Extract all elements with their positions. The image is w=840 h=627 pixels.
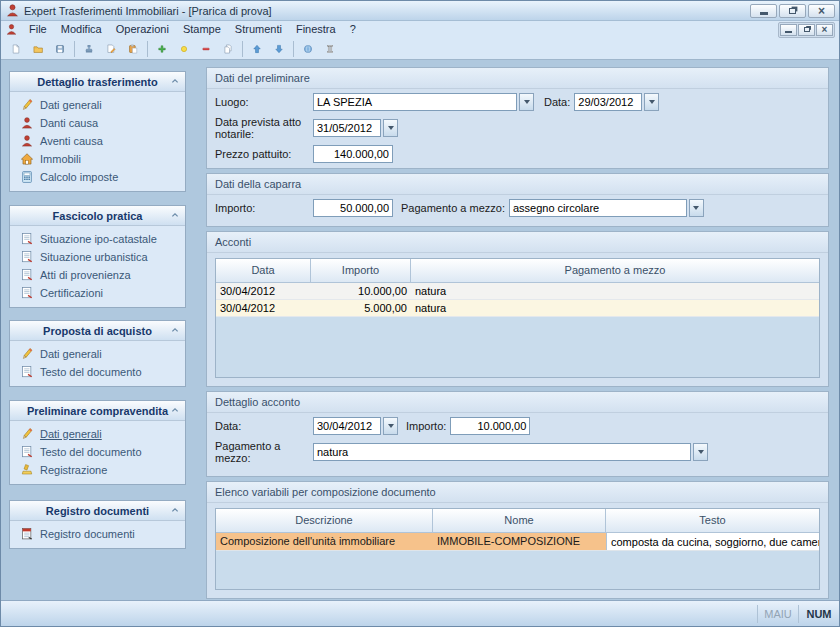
- menu-modifica[interactable]: Modifica: [54, 21, 109, 38]
- column-header-importo[interactable]: Importo: [311, 259, 411, 283]
- stamp-button[interactable]: [78, 39, 100, 59]
- panel-preliminare-compravendita: Preliminare compravendita Dati generali …: [9, 400, 186, 485]
- app-window: Expert Trasferimenti Immobiliari - [Prar…: [0, 0, 840, 627]
- sidebar-item-label: Calcolo imposte: [40, 171, 118, 183]
- pagamento-input[interactable]: assegno circolare: [509, 199, 687, 217]
- sidebar-item-certificazioni[interactable]: Certificazioni: [10, 284, 185, 302]
- sidebar-item-label: Registro documenti: [40, 528, 135, 540]
- panel-header[interactable]: Fascicolo pratica: [10, 206, 185, 226]
- help-button[interactable]: [297, 39, 319, 59]
- cell-descrizione: Composizione dell'unità immobiliare: [216, 533, 433, 550]
- panel-header[interactable]: Preliminare compravendita: [10, 401, 185, 421]
- acconti-table: Data Importo Pagamento a mezzo 30/04/201…: [215, 258, 820, 378]
- app-icon: [5, 3, 20, 18]
- mdi-restore-button[interactable]: [798, 24, 815, 36]
- sidebar-item-preliminare-testo-documento[interactable]: Testo del documento: [10, 443, 185, 461]
- sidebar-item-immobili[interactable]: Immobili: [10, 150, 185, 168]
- add-button[interactable]: [151, 39, 173, 59]
- sidebar-item-proposta-testo-documento[interactable]: Testo del documento: [10, 363, 185, 381]
- menu-strumenti[interactable]: Strumenti: [228, 21, 289, 38]
- chevron-down-icon: [388, 424, 394, 428]
- column-header-data[interactable]: Data: [216, 259, 311, 283]
- sidebar-item-atti-di-provenienza[interactable]: Atti di provenienza: [10, 266, 185, 284]
- panel-header[interactable]: Proposta di acquisto: [10, 321, 185, 341]
- sidebar-item-dati-generali[interactable]: Dati generali: [10, 96, 185, 114]
- group-dettaglio-acconto: Dettaglio acconto Data: 30/04/2012 Impor…: [206, 391, 829, 477]
- move-up-button[interactable]: [246, 39, 268, 59]
- sidebar-item-registro-documenti[interactable]: Registro documenti: [10, 525, 185, 543]
- minimize-button[interactable]: [750, 4, 777, 18]
- importo-input[interactable]: 50.000,00: [313, 199, 393, 217]
- column-header-nome[interactable]: Nome: [433, 509, 606, 533]
- data-dropdown-button[interactable]: [644, 93, 659, 111]
- menu-operazioni[interactable]: Operazioni: [109, 21, 176, 38]
- table-row[interactable]: 30/04/2012 5.000,00 natura: [216, 300, 819, 317]
- panel-registro-documenti: Registro documenti Registro documenti: [9, 500, 186, 549]
- data-input[interactable]: 29/03/2012: [574, 93, 642, 111]
- sidebar-item-label: Dati generali: [40, 428, 102, 440]
- luogo-input[interactable]: LA SPEZIA: [313, 93, 517, 111]
- new-document-button[interactable]: [5, 39, 27, 59]
- column-header-pagamento[interactable]: Pagamento a mezzo: [411, 259, 819, 283]
- acconto-data-dropdown-button[interactable]: [383, 417, 398, 435]
- menu-file[interactable]: File: [22, 21, 54, 38]
- menu-help[interactable]: ?: [343, 21, 363, 38]
- acconto-pagamento-label: Pagamento a mezzo:: [215, 440, 313, 464]
- window-title: Expert Trasferimenti Immobiliari - [Prar…: [24, 5, 272, 17]
- save-button[interactable]: [49, 39, 71, 59]
- group-title: Acconti: [207, 232, 828, 253]
- data-prevista-input[interactable]: 31/05/2012: [313, 119, 381, 137]
- open-folder-icon: [33, 41, 43, 57]
- legal-column-button[interactable]: [319, 39, 341, 59]
- house-icon: [20, 152, 34, 166]
- column-header-testo[interactable]: Testo: [606, 509, 819, 533]
- modify-button[interactable]: [173, 39, 195, 59]
- document-icon: [20, 232, 34, 246]
- panel-title: Registro documenti: [46, 505, 149, 517]
- close-button[interactable]: ×: [808, 4, 835, 18]
- table-row-selected[interactable]: Composizione dell'unità immobiliare IMMO…: [216, 533, 819, 551]
- table-row[interactable]: 30/04/2012 10.000,00 natura: [216, 283, 819, 300]
- pagamento-dropdown-button[interactable]: [689, 199, 704, 217]
- remove-button[interactable]: [195, 39, 217, 59]
- column-header-descrizione[interactable]: Descrizione: [216, 509, 433, 533]
- chevron-down-icon: [693, 206, 699, 210]
- sidebar-item-proposta-dati-generali[interactable]: Dati generali: [10, 345, 185, 363]
- sidebar-item-preliminare-dati-generali[interactable]: Dati generali: [10, 425, 185, 443]
- sidebar-item-danti-causa[interactable]: Danti causa: [10, 114, 185, 132]
- open-folder-button[interactable]: [27, 39, 49, 59]
- sidebar-item-situazione-ipo-catastale[interactable]: Situazione ipo-catastale: [10, 230, 185, 248]
- menu-finestra[interactable]: Finestra: [289, 21, 343, 38]
- acconto-pagamento-input[interactable]: natura: [313, 443, 691, 461]
- move-down-button[interactable]: [268, 39, 290, 59]
- mdi-close-button[interactable]: ×: [816, 24, 833, 36]
- prezzo-input[interactable]: 140.000,00: [313, 145, 393, 163]
- copy-document-button[interactable]: [217, 39, 239, 59]
- chevron-down-icon: [388, 126, 394, 130]
- sidebar-item-label: Testo del documento: [40, 446, 142, 458]
- sidebar-item-registrazione[interactable]: Registrazione: [10, 461, 185, 479]
- restore-button[interactable]: [779, 4, 806, 18]
- paste-button[interactable]: [122, 39, 144, 59]
- prezzo-label: Prezzo pattuito:: [215, 148, 313, 160]
- acconto-pagamento-dropdown-button[interactable]: [693, 443, 708, 461]
- panel-header[interactable]: Registro documenti: [10, 501, 185, 521]
- data-prevista-dropdown-button[interactable]: [383, 119, 398, 137]
- register-icon: [20, 527, 34, 541]
- sidebar-item-label: Registrazione: [40, 464, 107, 476]
- mdi-minimize-button[interactable]: [780, 24, 797, 36]
- sidebar-item-calcolo-imposte[interactable]: Calcolo imposte: [10, 168, 185, 186]
- testo-value: composta da cucina, soggiorno, due camer…: [607, 536, 820, 548]
- sidebar-item-aventi-causa[interactable]: Aventi causa: [10, 132, 185, 150]
- sidebar-item-situazione-urbanistica[interactable]: Situazione urbanistica: [10, 248, 185, 266]
- luogo-dropdown-button[interactable]: [519, 93, 534, 111]
- arrow-up-icon: [252, 41, 262, 57]
- acconto-data-input[interactable]: 30/04/2012: [313, 417, 381, 435]
- document-icon: [20, 250, 34, 264]
- edit-document-button[interactable]: [100, 39, 122, 59]
- menu-stampe[interactable]: Stampe: [176, 21, 228, 38]
- cell-testo[interactable]: composta da cucina, soggiorno, due camer…: [606, 533, 820, 550]
- panel-header[interactable]: Dettaglio trasferimento: [10, 72, 185, 92]
- acconto-importo-input[interactable]: 10.000,00: [450, 417, 530, 435]
- modify-icon: [179, 41, 189, 57]
